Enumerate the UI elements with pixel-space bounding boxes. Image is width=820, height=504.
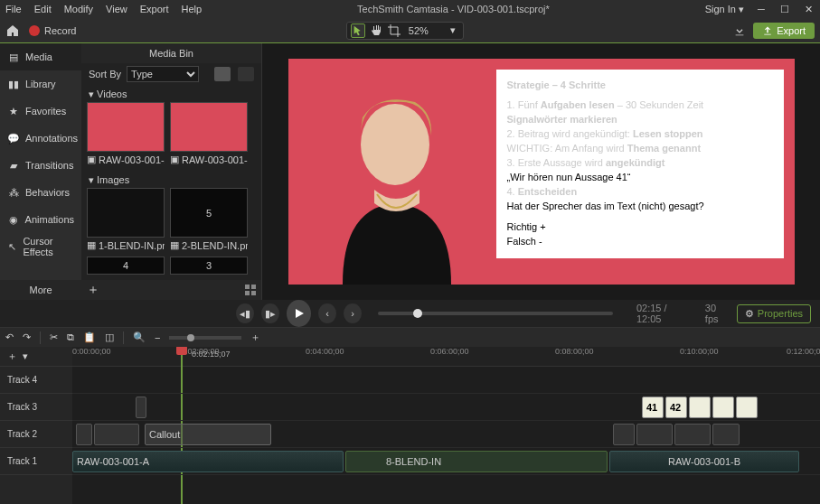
close-icon[interactable]: ✕ xyxy=(802,3,815,15)
svg-rect-1 xyxy=(251,285,256,289)
track-1[interactable]: RAW-003-001-A 8-BLEND-IN RAW-003-001-B xyxy=(72,448,820,475)
prev-frame-button[interactable]: ◂▮ xyxy=(236,303,254,323)
add-media-button[interactable]: ＋ xyxy=(87,282,99,298)
undo-icon[interactable]: ↶ xyxy=(5,331,14,343)
volume-slider[interactable] xyxy=(378,312,613,315)
hand-tool-icon[interactable] xyxy=(369,23,383,38)
annotations-icon: 💬 xyxy=(7,132,20,145)
tab-cursor-effects[interactable]: ↖Cursor Effects xyxy=(0,233,81,260)
next-frame-button[interactable]: ▮▸ xyxy=(261,303,279,323)
timeline-clip[interactable] xyxy=(689,397,711,418)
menu-modify[interactable]: Modify xyxy=(64,4,93,14)
playback-bar: ◂▮ ▮▸ ‹ › 02:15 / 12:05 30 fps ⚙Properti… xyxy=(0,300,820,327)
timeline-clip[interactable]: RAW-003-001-B xyxy=(609,451,799,472)
behaviors-icon: ⁂ xyxy=(7,186,20,199)
sortby-label: Sort By xyxy=(89,69,121,79)
redo-icon[interactable]: ↷ xyxy=(23,331,31,343)
paste-icon[interactable]: 📋 xyxy=(83,331,96,343)
svg-rect-2 xyxy=(245,291,250,295)
media-item[interactable]: 3 xyxy=(170,257,248,275)
media-item[interactable]: ▣RAW-003-001-B.M... xyxy=(170,102,248,165)
section-images[interactable]: ▾ Images xyxy=(81,171,261,188)
timeline-tools: ↶ ↷ ✂ ⧉ 📋 ◫ 🔍 − ＋ xyxy=(0,327,820,347)
thumbnail-size-icon[interactable] xyxy=(245,285,256,295)
timeline-clip[interactable] xyxy=(613,424,635,445)
view-list-icon[interactable] xyxy=(214,67,231,81)
sort-type-select[interactable]: Type xyxy=(127,66,199,82)
track-2[interactable]: Callout xyxy=(72,421,820,448)
timeline-clip[interactable] xyxy=(674,424,711,445)
section-videos[interactable]: ▾ Videos xyxy=(81,85,261,102)
track-label[interactable]: Track 4 xyxy=(0,367,72,394)
tab-animations[interactable]: ◉Animations xyxy=(0,206,81,233)
main-toolbar: Record 52%▾ Export xyxy=(0,18,820,43)
record-dot-icon xyxy=(29,25,40,36)
track-4[interactable] xyxy=(72,367,820,394)
video-icon: ▣ xyxy=(170,154,179,165)
tab-media[interactable]: ▤Media xyxy=(0,43,81,70)
canvas-zoom[interactable]: 52%▾ xyxy=(405,24,459,36)
split-icon[interactable]: ◫ xyxy=(105,331,114,343)
properties-button[interactable]: ⚙Properties xyxy=(737,304,811,323)
chevron-down-icon: ▾ xyxy=(450,24,456,36)
timeline-clip[interactable] xyxy=(76,424,92,445)
media-item[interactable]: ▣RAW-003-001-A.M... xyxy=(87,102,165,165)
export-label: Export xyxy=(777,25,806,36)
timeline-clip[interactable] xyxy=(712,397,734,418)
signin-menu[interactable]: Sign In ▾ xyxy=(705,4,744,15)
timeline-clip[interactable] xyxy=(736,397,758,418)
cursor-icon: ↖ xyxy=(7,240,17,253)
track-label[interactable]: Track 2 xyxy=(0,421,72,448)
timeline-clip[interactable] xyxy=(712,424,740,445)
tab-favorites[interactable]: ★Favorites xyxy=(0,98,81,125)
tab-transitions[interactable]: ▰Transitions xyxy=(0,152,81,179)
add-track-button[interactable]: ＋▾ xyxy=(0,347,72,367)
copy-icon[interactable]: ⧉ xyxy=(67,331,74,343)
record-button[interactable]: Record xyxy=(29,25,76,36)
timeline-clip[interactable]: 42 xyxy=(665,397,687,418)
track-label[interactable]: Track 1 xyxy=(0,448,72,475)
callout-clip[interactable]: Callout xyxy=(145,424,271,445)
media-icon: ▤ xyxy=(7,51,20,63)
track-label[interactable]: Track 3 xyxy=(0,394,72,421)
track-3[interactable]: 41 42 xyxy=(72,394,820,421)
timeline-clip[interactable] xyxy=(136,397,146,418)
selection-tool-icon[interactable] xyxy=(351,23,365,38)
timeline-clip[interactable] xyxy=(636,424,673,445)
image-icon: ▦ xyxy=(170,239,179,251)
download-icon[interactable] xyxy=(733,24,746,37)
gear-icon: ⚙ xyxy=(745,308,754,320)
zoom-icon[interactable]: 🔍 xyxy=(133,331,146,343)
timeline-clip[interactable]: 41 xyxy=(642,397,664,418)
menu-view[interactable]: View xyxy=(106,4,127,14)
step-back-button[interactable]: ‹ xyxy=(318,303,336,323)
timeline-zoom-slider[interactable] xyxy=(169,336,241,340)
tab-library[interactable]: ▮▮Library xyxy=(0,70,81,98)
crop-tool-icon[interactable] xyxy=(387,23,401,38)
minimize-icon[interactable]: ─ xyxy=(755,3,768,15)
cut-icon[interactable]: ✂ xyxy=(50,331,58,343)
canvas[interactable]: Strategie – 4 Schritte 1. Fünf Aufgaben … xyxy=(262,43,820,300)
tab-annotations[interactable]: 💬Annotations xyxy=(0,125,81,152)
export-button[interactable]: Export xyxy=(753,23,815,39)
play-button[interactable] xyxy=(287,300,311,327)
timeline-clip[interactable]: RAW-003-001-A xyxy=(72,451,344,472)
timeline-clip[interactable]: 8-BLEND-IN xyxy=(345,451,608,472)
media-item[interactable]: 5▦2-BLEND-IN.png xyxy=(170,188,248,251)
menu-file[interactable]: File xyxy=(5,4,22,14)
timeline-clip[interactable] xyxy=(94,424,139,445)
image-icon: ▦ xyxy=(87,239,96,251)
tab-behaviors[interactable]: ⁂Behaviors xyxy=(0,179,81,206)
maximize-icon[interactable]: ☐ xyxy=(778,3,791,15)
menu-export[interactable]: Export xyxy=(140,4,169,14)
home-icon[interactable] xyxy=(5,23,20,38)
animations-icon: ◉ xyxy=(7,213,20,226)
menu-help[interactable]: Help xyxy=(182,4,203,14)
tabs-more[interactable]: More xyxy=(0,280,81,300)
time-ruler[interactable]: 0:00:00;00 0:02:00;00 0:04:00;00 0:06:00… xyxy=(72,347,820,367)
view-grid-icon[interactable] xyxy=(238,67,254,81)
menu-edit[interactable]: Edit xyxy=(34,4,52,14)
media-item[interactable]: ▦1-BLEND-IN.png xyxy=(87,188,165,251)
step-fwd-button[interactable]: › xyxy=(344,303,362,323)
media-item[interactable]: 4 xyxy=(87,257,165,275)
